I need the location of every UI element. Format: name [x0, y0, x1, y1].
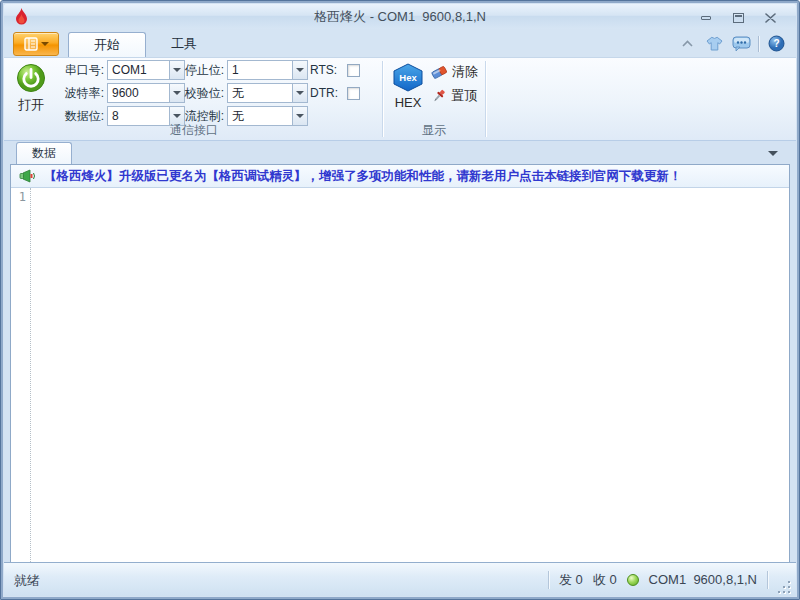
serial-port-label: 串口号: — [52, 62, 104, 79]
hex-toggle-button[interactable]: Hex HEX — [389, 60, 427, 126]
window-title: 格西烽火 - COM1 9600,8,1,N — [4, 4, 796, 29]
field-serial-port: 串口号: COM1 — [52, 60, 185, 80]
divider — [548, 571, 549, 589]
group-separator — [382, 61, 383, 137]
help-button[interactable]: ? — [766, 34, 786, 53]
tx-counter: 发 0 — [559, 571, 583, 589]
window-controls — [694, 10, 782, 25]
topmost-label: 置顶 — [451, 87, 477, 105]
field-baud-rate: 波特率: 9600 — [52, 83, 185, 103]
baud-rate-label: 波特率: — [52, 85, 104, 102]
group-separator — [485, 61, 486, 137]
minimize-icon — [701, 16, 711, 20]
eraser-icon — [431, 64, 448, 79]
line-number-gutter: 1 — [11, 188, 30, 562]
connection-led-icon — [627, 574, 639, 586]
baud-rate-combobox[interactable]: 9600 — [107, 83, 185, 103]
field-parity: 校验位: 无 — [176, 83, 308, 103]
document-panel: 【格西烽火】升级版已更名为【格西调试精灵】，增强了多项功能和性能，请新老用户点击… — [10, 164, 790, 563]
chevron-down-icon — [296, 68, 304, 72]
close-icon — [765, 13, 776, 23]
speech-bubble-icon — [732, 36, 751, 52]
skin-button[interactable] — [704, 34, 724, 53]
tab-tools[interactable]: 工具 — [146, 32, 222, 57]
parity-label: 校验位: — [176, 85, 224, 102]
ribbon-tabs: 开始 工具 — [68, 32, 222, 57]
hex-label: HEX — [395, 95, 422, 110]
tab-list-dropdown-icon[interactable] — [768, 151, 778, 156]
editor: 1 — [11, 188, 789, 562]
chevron-down-icon — [296, 91, 304, 95]
tab-start[interactable]: 开始 — [68, 32, 146, 57]
feedback-button[interactable] — [731, 34, 751, 53]
group-label-display: 显示 — [384, 122, 484, 139]
divider — [767, 571, 768, 589]
dropdown-button[interactable] — [292, 61, 307, 79]
fold-margin — [30, 188, 40, 562]
status-ready: 就绪 — [14, 572, 40, 590]
svg-text:?: ? — [773, 38, 779, 49]
serial-port-combobox[interactable]: COM1 — [107, 60, 185, 80]
statusbar: 就绪 发 0 收 0 COM1 9600,8,1,N — [4, 562, 796, 596]
editor-text-area[interactable] — [41, 188, 789, 562]
field-dtr: DTR: — [310, 83, 360, 103]
hex-icon: Hex — [392, 63, 424, 92]
clear-button[interactable]: 清除 — [428, 61, 481, 82]
notification-bar[interactable]: 【格西烽火】升级版已更名为【格西调试精灵】，增强了多项功能和性能，请新老用户点击… — [11, 165, 789, 188]
tab-data[interactable]: 数据 — [16, 142, 72, 164]
power-icon — [16, 63, 46, 93]
notification-text[interactable]: 【格西烽火】升级版已更名为【格西调试精灵】，增强了多项功能和性能，请新老用户点击… — [44, 168, 682, 185]
megaphone-icon — [19, 169, 36, 184]
connection-info: COM1 9600,8,1,N — [649, 572, 757, 587]
divider — [758, 36, 759, 52]
titlebar: 格西烽火 - COM1 9600,8,1,N — [4, 4, 796, 29]
stop-bits-combobox[interactable]: 1 — [227, 60, 308, 80]
close-button[interactable] — [758, 10, 782, 25]
clear-label: 清除 — [452, 63, 478, 81]
hex-icon-text: Hex — [399, 72, 417, 83]
dropdown-button[interactable] — [292, 84, 307, 102]
app-menu-button[interactable] — [13, 32, 59, 56]
baud-rate-value: 9600 — [108, 84, 169, 102]
field-rts: RTS: — [310, 60, 360, 80]
topmost-button[interactable]: 置顶 — [428, 85, 480, 106]
document-tab-strip: 数据 — [4, 142, 796, 164]
quick-access-icons: ? — [677, 34, 786, 53]
tshirt-icon — [706, 36, 723, 51]
rx-counter: 收 0 — [593, 571, 617, 589]
stop-bits-value: 1 — [228, 61, 292, 79]
chevron-down-icon — [41, 42, 49, 46]
rts-label: RTS: — [310, 63, 340, 77]
group-label-comm: 通信接口 — [9, 122, 379, 139]
ribbon: 打开 串口号: COM1 波特率: 9600 数据位: 8 停 — [4, 57, 796, 141]
ribbon-tab-row: 开始 工具 — [4, 29, 796, 57]
field-stop-bits: 停止位: 1 — [176, 60, 308, 80]
parity-value: 无 — [228, 84, 292, 102]
statusbar-right: 发 0 收 0 COM1 9600,8,1,N — [548, 563, 790, 596]
chevron-down-icon — [296, 114, 304, 118]
rts-checkbox[interactable] — [347, 64, 360, 77]
help-icon: ? — [768, 35, 785, 52]
stop-bits-label: 停止位: — [176, 62, 224, 79]
resize-grip[interactable] — [778, 581, 790, 593]
pushpin-icon — [431, 88, 447, 104]
line-number: 1 — [11, 188, 30, 204]
notebook-menu-icon — [24, 37, 38, 51]
dtr-label: DTR: — [310, 86, 340, 100]
minimize-button[interactable] — [694, 10, 718, 25]
collapse-ribbon-button[interactable] — [677, 34, 697, 53]
open-port-button[interactable]: 打开 — [9, 60, 53, 128]
parity-combobox[interactable]: 无 — [227, 83, 308, 103]
dtr-checkbox[interactable] — [347, 87, 360, 100]
serial-port-value: COM1 — [108, 61, 169, 79]
open-port-label: 打开 — [18, 96, 44, 114]
maximize-icon — [733, 13, 744, 23]
maximize-button[interactable] — [726, 10, 750, 25]
chevron-up-icon — [681, 39, 694, 48]
app-window: 格西烽火 - COM1 9600,8,1,N 开始 工具 — [0, 0, 800, 600]
